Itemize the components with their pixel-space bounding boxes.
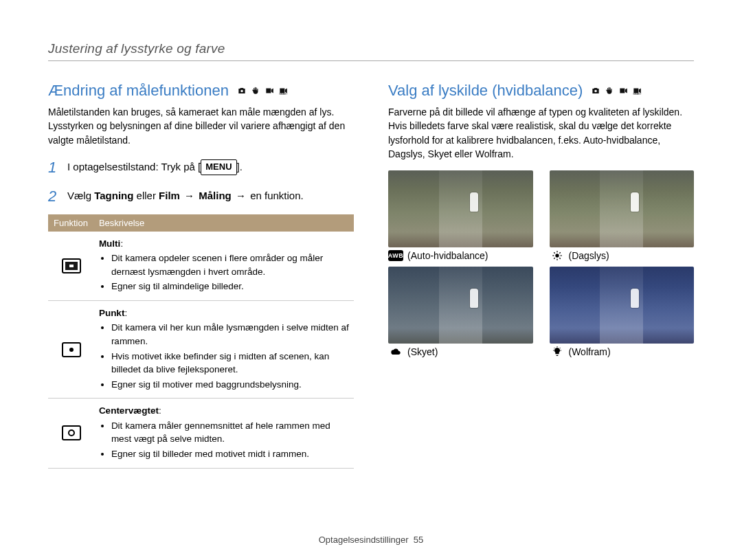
th-funktion: Funktion bbox=[48, 214, 93, 232]
smart-icon: SMART bbox=[278, 86, 288, 96]
wb-intro: Farverne på dit billede vil afhænge af t… bbox=[388, 105, 694, 161]
mode-icons-left: SMART bbox=[237, 86, 288, 96]
smart-icon: SMART bbox=[632, 86, 642, 96]
metering-function-table: Funktion Beskrivelse Multi: Dit kamera o… bbox=[48, 214, 354, 469]
row-punkt-bullet-2: Egner sig til motiver med baggrundsbelys… bbox=[111, 378, 350, 392]
section-title-metering: Ændring af målefunktionen bbox=[48, 82, 229, 100]
camera-icon bbox=[237, 86, 247, 96]
multi-metering-icon bbox=[62, 258, 81, 273]
wb-item-tung: (Wolfram) bbox=[550, 267, 695, 357]
table-row: Multi: Dit kamera opdeler scenen i flere… bbox=[48, 232, 354, 301]
row-punkt-bullet-1: Hvis motivet ikke befinder sig i midten … bbox=[111, 350, 350, 377]
step-number-2: 2 bbox=[48, 186, 60, 208]
footer-section: Optagelsesindstillinger bbox=[319, 535, 409, 545]
wb-sample-cloud bbox=[388, 267, 533, 344]
svg-line-11 bbox=[559, 252, 560, 253]
svg-line-16 bbox=[554, 348, 554, 348]
row-multi-bullet-0: Dit kamera opdeler scenen i flere område… bbox=[111, 251, 350, 278]
wb-label-tung: (Wolfram) bbox=[569, 346, 611, 357]
cloudy-icon bbox=[388, 346, 403, 357]
table-row: Centervægtet: Dit kamera måler gennemsni… bbox=[48, 399, 354, 468]
step2-arrow1: → bbox=[180, 190, 199, 201]
step2-arrow2: → bbox=[232, 190, 250, 201]
wb-sample-awb bbox=[388, 170, 533, 247]
svg-text:SMART: SMART bbox=[279, 93, 288, 96]
wb-item-cloud: (Skyet) bbox=[388, 267, 533, 357]
wb-label-cloud: (Skyet) bbox=[407, 346, 438, 357]
wb-label-day: (Dagslys) bbox=[569, 250, 609, 261]
table-row: Punkt: Dit kamera vil her kun måle lysmæ… bbox=[48, 300, 354, 398]
step2-film: Film bbox=[159, 190, 180, 201]
svg-line-9 bbox=[554, 252, 554, 253]
step1-prefix: I optagelsestilstand: Tryk på [ bbox=[67, 161, 201, 172]
step2-end: en funktion. bbox=[250, 190, 304, 201]
right-column: Valg af lyskilde (hvidbalance) SMART Far… bbox=[388, 82, 694, 469]
row-punkt-bullet-0: Dit kamera vil her kun måle lysmængden i… bbox=[111, 321, 350, 348]
row-title-punkt: Punkt bbox=[99, 308, 125, 318]
left-column: Ændring af målefunktionen SMART Måletils… bbox=[48, 82, 354, 469]
svg-line-10 bbox=[559, 258, 560, 259]
page-header: Justering af lysstyrke og farve bbox=[48, 41, 694, 61]
svg-line-17 bbox=[559, 348, 560, 348]
wb-sample-tung bbox=[550, 267, 695, 344]
step2-tagning: Tagning bbox=[94, 190, 133, 201]
daylight-icon bbox=[550, 250, 565, 261]
movie-icon bbox=[265, 86, 274, 96]
hand-icon bbox=[251, 86, 260, 96]
footer-page-number: 55 bbox=[414, 535, 423, 545]
row-multi-bullet-1: Egner sig til almindelige billeder. bbox=[111, 280, 350, 293]
svg-point-4 bbox=[555, 254, 559, 258]
step2-mid1: eller bbox=[133, 190, 159, 201]
svg-point-0 bbox=[240, 90, 243, 93]
page-footer: Optagelsesindstillinger 55 bbox=[0, 535, 742, 545]
wb-sample-day bbox=[550, 170, 695, 247]
mode-icons-right: SMART bbox=[591, 86, 642, 96]
step-number-1: 1 bbox=[48, 157, 60, 179]
svg-point-2 bbox=[595, 90, 598, 93]
step-2: 2 Vælg Tagning eller Film → Måling → en … bbox=[48, 186, 354, 208]
wb-label-awb: (Auto-hvidbalance) bbox=[407, 250, 488, 261]
wb-item-day: (Dagslys) bbox=[550, 170, 695, 261]
svg-text:SMART: SMART bbox=[633, 93, 642, 96]
row-title-center: Centervægtet bbox=[99, 405, 159, 416]
row-center-bullet-0: Dit kamera måler gennemsnittet af hele r… bbox=[111, 419, 350, 446]
th-beskrivelse: Beskrivelse bbox=[93, 214, 354, 232]
movie-icon bbox=[618, 86, 628, 96]
step1-suffix: ]. bbox=[237, 161, 243, 172]
row-title-multi: Multi bbox=[99, 238, 121, 249]
awb-icon bbox=[388, 250, 403, 261]
svg-line-12 bbox=[554, 258, 554, 259]
row-center-bullet-1: Egner sig til billeder med motivet midt … bbox=[111, 447, 350, 461]
step2-maaling: Måling bbox=[199, 190, 232, 201]
step2-prefix: Vælg bbox=[67, 190, 94, 201]
tungsten-icon bbox=[550, 346, 565, 357]
metering-intro: Måletilstanden kan bruges, så kameraet k… bbox=[48, 105, 354, 147]
hand-icon bbox=[605, 86, 614, 96]
spot-metering-icon bbox=[62, 342, 81, 357]
menu-button-label: MENU bbox=[201, 159, 236, 175]
wb-item-awb: (Auto-hvidbalance) bbox=[388, 170, 533, 261]
step-1: 1 I optagelsestilstand: Tryk på [MENU]. bbox=[48, 157, 354, 179]
section-title-wb: Valg af lyskilde (hvidbalance) bbox=[388, 82, 583, 100]
center-metering-icon bbox=[62, 425, 81, 440]
camera-icon bbox=[591, 86, 600, 96]
